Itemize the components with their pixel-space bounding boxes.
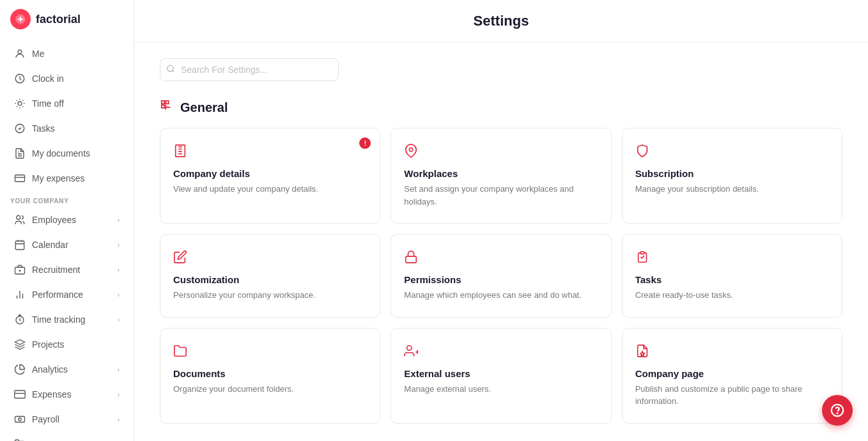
card-permissions[interactable]: Permissions Manage which employees can s…: [391, 234, 611, 318]
svg-point-12: [19, 418, 22, 421]
card-customization[interactable]: Customization Personalize your company w…: [160, 234, 380, 318]
chevron-icon: ›: [118, 291, 120, 298]
sidebar-item-my-documents[interactable]: My documents: [4, 141, 130, 166]
sidebar-label-performance: Performance: [32, 290, 83, 300]
svg-point-30: [407, 345, 412, 350]
sidebar-label-my-documents: My documents: [32, 148, 90, 159]
sidebar-label-payroll: Payroll: [32, 414, 59, 424]
sidebar-label-me: Me: [32, 49, 44, 59]
sidebar-label-projects: Projects: [32, 339, 65, 350]
card-desc-documents-settings: Organize your document folders.: [173, 383, 367, 396]
svg-point-1: [18, 50, 22, 54]
logo[interactable]: factorial: [0, 0, 134, 38]
svg-rect-7: [15, 241, 24, 250]
card-workplaces[interactable]: Workplaces Set and assign your company w…: [391, 128, 611, 224]
search-icon: [166, 65, 175, 75]
svg-rect-22: [166, 101, 169, 104]
card-title-documents-settings: Documents: [173, 368, 367, 379]
sidebar-item-projects[interactable]: Projects: [4, 332, 130, 357]
sidebar-item-expenses[interactable]: Expenses ›: [4, 382, 130, 406]
sidebar-item-recruitment[interactable]: Recruitment ›: [4, 258, 130, 282]
tasks-icon: [635, 250, 829, 268]
general-icon: [160, 99, 174, 116]
sidebar: factorial Me Clock in Time off: [0, 0, 134, 441]
sidebar-item-time-tracking[interactable]: Time tracking ›: [4, 307, 130, 332]
sidebar-label-expenses: Expenses: [32, 389, 71, 399]
svg-point-3: [18, 102, 22, 105]
logo-icon: [10, 9, 31, 29]
sidebar-label-my-expenses: My expenses: [32, 173, 84, 183]
sidebar-item-analytics[interactable]: Analytics ›: [4, 357, 130, 382]
layers-icon: [14, 339, 26, 350]
card-desc-customization: Personalize your company workspace.: [173, 289, 367, 302]
chevron-icon: ›: [118, 416, 120, 423]
dollar-icon: [14, 173, 26, 184]
settings-cards-grid: ! Company details View and update your c…: [160, 128, 842, 424]
timer-icon: [14, 314, 26, 325]
sidebar-item-time-off[interactable]: Time off: [4, 91, 130, 116]
card-external-users[interactable]: External users Manage external users.: [391, 328, 611, 424]
card-subscription[interactable]: Subscription Manage your subscription de…: [622, 128, 842, 224]
check-circle-icon: [14, 123, 26, 134]
logo-text: factorial: [36, 13, 81, 26]
svg-point-33: [837, 413, 838, 414]
file-icon: [14, 148, 26, 159]
card-title-workplaces: Workplaces: [404, 168, 598, 179]
card-title-company-page: Company page: [635, 368, 829, 379]
sidebar-label-time-off: Time off: [32, 98, 64, 109]
sidebar-item-clock-in[interactable]: Clock in: [4, 66, 130, 91]
sidebar-label-tasks: Tasks: [32, 123, 55, 134]
card-company-page[interactable]: Company page Publish and customize a pub…: [622, 328, 842, 424]
svg-rect-11: [15, 417, 25, 422]
general-title: General: [180, 100, 228, 115]
card-desc-workplaces: Set and assign your company workplaces a…: [404, 183, 598, 208]
user-plus-icon: [404, 344, 598, 362]
sidebar-nav: Me Clock in Time off Tasks: [0, 38, 134, 441]
sidebar-item-me[interactable]: Me: [4, 42, 130, 66]
help-fab[interactable]: [822, 395, 853, 426]
company-section-label: YOUR COMPANY: [0, 191, 134, 207]
sidebar-item-employees[interactable]: Employees ›: [4, 208, 130, 232]
chevron-icon: ›: [118, 267, 120, 274]
folder-open-icon: [173, 344, 367, 362]
shield-icon: [635, 144, 829, 162]
sidebar-item-documents[interactable]: Documents ›: [4, 432, 130, 441]
svg-rect-5: [15, 175, 25, 182]
card-desc-permissions: Manage which employees can see and do wh…: [404, 289, 598, 302]
sidebar-item-calendar[interactable]: Calendar ›: [4, 233, 130, 257]
sidebar-label-clock-in: Clock in: [32, 74, 64, 84]
page-title: Settings: [160, 13, 842, 29]
sidebar-label-calendar: Calendar: [32, 240, 68, 250]
svg-rect-10: [15, 391, 26, 398]
search-input[interactable]: [160, 58, 339, 81]
card-documents-settings[interactable]: Documents Organize your document folders…: [160, 328, 380, 424]
sidebar-item-tasks[interactable]: Tasks: [4, 116, 130, 141]
sidebar-item-performance[interactable]: Performance ›: [4, 282, 130, 307]
card-title-external-users: External users: [404, 368, 598, 379]
credit-card-icon: [14, 389, 26, 400]
general-section-title: General: [160, 99, 842, 116]
sidebar-item-payroll[interactable]: Payroll ›: [4, 407, 130, 431]
svg-point-27: [410, 148, 414, 151]
search-wrapper: [160, 58, 339, 81]
svg-point-20: [167, 65, 173, 71]
chevron-icon: ›: [118, 366, 120, 373]
chevron-icon: ›: [118, 217, 120, 224]
sidebar-label-employees: Employees: [32, 215, 76, 225]
card-title-company-details: Company details: [173, 168, 367, 179]
card-desc-subscription: Manage your subscription details.: [635, 183, 829, 196]
card-title-subscription: Subscription: [635, 168, 829, 179]
card-desc-company-details: View and update your company details.: [173, 183, 367, 196]
card-tasks-settings[interactable]: Tasks Create ready-to-use tasks.: [622, 234, 842, 318]
card-company-details[interactable]: ! Company details View and update your c…: [160, 128, 380, 224]
briefcase-icon: [14, 264, 26, 275]
folder-icon: [14, 438, 26, 441]
svg-rect-28: [406, 256, 417, 263]
sidebar-item-my-expenses[interactable]: My expenses: [4, 166, 130, 190]
bar-chart-icon: [14, 289, 26, 300]
sidebar-label-recruitment: Recruitment: [32, 265, 80, 275]
svg-rect-21: [162, 101, 165, 104]
card-desc-tasks-settings: Create ready-to-use tasks.: [635, 289, 829, 302]
svg-point-6: [17, 215, 20, 219]
main-content-area: Settings General ! Company detai: [134, 0, 868, 441]
